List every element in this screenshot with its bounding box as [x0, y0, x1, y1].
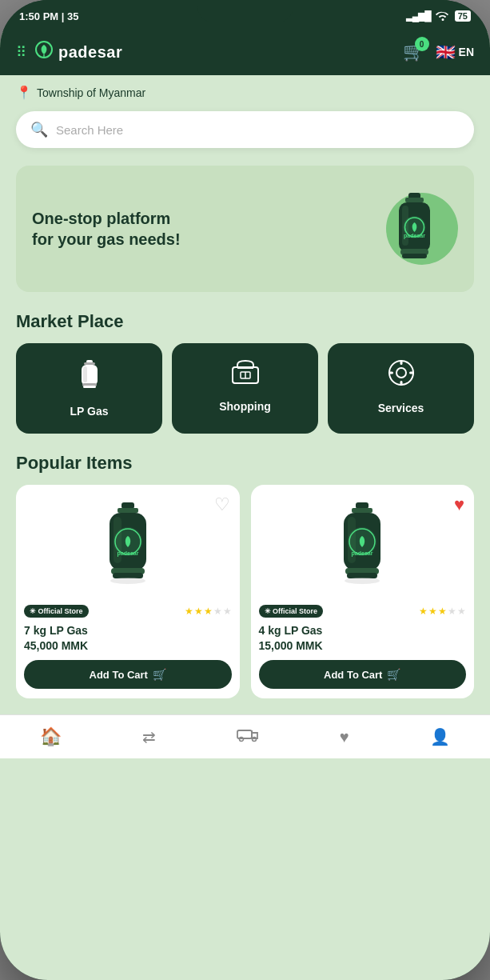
official-store-badge-1: ✳ Official Store: [24, 605, 89, 618]
flag-uk-icon: 🇬🇧: [436, 42, 456, 62]
product-card-1: ♡ padesar: [16, 485, 240, 698]
svg-text:padesar: padesar: [352, 550, 373, 557]
marketplace-grid: LP Gas Shopping: [0, 343, 490, 450]
add-to-cart-btn-2[interactable]: Add To Cart 🛒: [259, 660, 467, 689]
products-grid: ♡ padesar: [0, 485, 490, 714]
star-2-4: ★: [448, 606, 456, 617]
phone-frame: 1:50 PM | 35 ▂▄▆█ 75 ⠿: [0, 0, 490, 980]
battery-icon: 75: [455, 10, 471, 22]
wishlist-icon-1[interactable]: ♡: [214, 494, 230, 515]
cart-badge: 0: [415, 37, 429, 51]
nav-home[interactable]: 🏠: [27, 723, 74, 750]
language-text: EN: [459, 46, 474, 58]
nav-profile[interactable]: 👤: [417, 724, 463, 750]
grid-icon[interactable]: ⠿: [16, 43, 26, 61]
logo-leaf-icon: [34, 40, 54, 64]
svg-rect-3: [405, 198, 424, 202]
svg-text:padesar: padesar: [117, 550, 138, 557]
product-image-1: padesar: [16, 485, 240, 605]
svg-point-46: [345, 578, 380, 584]
star-1-3: ★: [204, 606, 213, 617]
header: ⠿ padesar 🛒 0: [0, 32, 490, 75]
product-price-1: 45,000 MMK: [24, 639, 232, 652]
svg-rect-27: [122, 502, 134, 509]
header-left: ⠿ padesar: [16, 40, 122, 64]
svg-rect-38: [352, 508, 372, 513]
star-1-1: ★: [185, 606, 193, 617]
official-store-badge-2: ✳ Official Store: [259, 605, 324, 618]
svg-point-49: [253, 738, 257, 742]
svg-rect-37: [356, 502, 368, 509]
flag-container[interactable]: 🇬🇧 EN: [436, 42, 474, 62]
services-label: Services: [378, 402, 424, 414]
star-1-4: ★: [213, 606, 222, 617]
svg-rect-14: [83, 366, 87, 382]
star-2-3: ★: [438, 606, 447, 617]
logo-container: padesar: [34, 40, 122, 64]
add-to-cart-label-2: Add To Cart: [324, 669, 382, 681]
svg-rect-45: [347, 573, 377, 578]
section-title-popular: Popular Items: [0, 450, 490, 485]
nav-exchange[interactable]: ⇄: [129, 724, 169, 750]
services-icon: [388, 359, 415, 392]
svg-rect-35: [113, 573, 143, 578]
shopping-icon: [231, 359, 260, 390]
nav-favorites[interactable]: ♥: [327, 725, 362, 750]
svg-rect-12: [84, 362, 95, 365]
svg-rect-26: [409, 372, 414, 374]
notch: [197, 0, 293, 22]
section-title-marketplace: Market Place: [0, 305, 490, 343]
location-pin-icon: 📍: [16, 85, 32, 100]
product-info-2: ✳ Official Store ★ ★ ★ ★ ★ 4 kg LP Gas 1…: [251, 605, 475, 698]
location-bar[interactable]: 📍 Township of Myanmar: [0, 75, 490, 106]
search-icon: 🔍: [30, 121, 48, 138]
bottom-nav: 🏠 ⇄ ♥ 👤: [0, 714, 490, 758]
banner-text: One-stop platform for your gas needs!: [32, 208, 370, 250]
exchange-icon: ⇄: [142, 727, 156, 746]
marketplace-card-services[interactable]: Services: [328, 343, 474, 434]
location-text: Township of Myanmar: [37, 86, 145, 99]
star-1-2: ★: [194, 606, 203, 617]
svg-rect-47: [237, 730, 252, 738]
svg-point-48: [240, 738, 244, 742]
star-2-5: ★: [457, 606, 466, 617]
search-input-wrapper[interactable]: 🔍 Search Here: [16, 111, 474, 148]
logo-text: padesar: [58, 43, 122, 62]
marketplace-card-shopping[interactable]: Shopping: [172, 343, 318, 434]
product-name-1: 7 kg LP Gas: [24, 624, 232, 637]
product-info-1: ✳ Official Store ★ ★ ★ ★ ★ 7 kg LP Gas 4…: [16, 605, 240, 698]
svg-rect-18: [237, 367, 253, 369]
svg-rect-25: [388, 372, 393, 374]
wishlist-icon-2[interactable]: ♥: [454, 494, 464, 515]
lp-gas-label: LP Gas: [70, 405, 109, 418]
add-to-cart-btn-1[interactable]: Add To Cart 🛒: [24, 660, 232, 689]
marketplace-card-lp-gas[interactable]: LP Gas: [16, 343, 162, 434]
header-right: 🛒 0 🇬🇧 EN: [403, 42, 474, 62]
cart-container[interactable]: 🛒 0: [403, 42, 424, 62]
cart-btn-icon-2: 🛒: [387, 668, 400, 681]
hero-banner: One-stop platform for your gas needs!: [16, 166, 474, 292]
favorites-icon: ♥: [340, 728, 349, 746]
svg-point-22: [396, 368, 406, 378]
home-icon: 🏠: [40, 726, 62, 747]
product-image-2: padesar: [251, 485, 475, 605]
banner-image: padesar: [370, 185, 458, 273]
svg-rect-16: [83, 386, 96, 388]
status-right: ▂▄▆█ 75: [406, 10, 471, 23]
banner-headline: One-stop platform for your gas needs!: [32, 208, 370, 250]
gas-cylinder-svg: padesar: [384, 191, 444, 267]
svg-text:padesar: padesar: [404, 233, 425, 239]
product-card-2: ♥ padesar: [251, 485, 475, 698]
shopping-label: Shopping: [219, 400, 271, 413]
svg-rect-24: [400, 381, 402, 386]
app-content: ⠿ padesar 🛒 0: [0, 32, 490, 980]
svg-rect-9: [402, 254, 427, 258]
stars-1: ★ ★ ★ ★ ★: [185, 606, 232, 617]
store-rating-row-1: ✳ Official Store ★ ★ ★ ★ ★: [24, 605, 232, 618]
nav-delivery[interactable]: [224, 723, 272, 750]
svg-point-36: [110, 578, 145, 584]
delivery-icon: [237, 726, 259, 747]
cart-btn-icon-1: 🛒: [153, 668, 166, 681]
svg-rect-23: [400, 360, 402, 365]
product-price-2: 15,000 MMK: [259, 639, 467, 652]
